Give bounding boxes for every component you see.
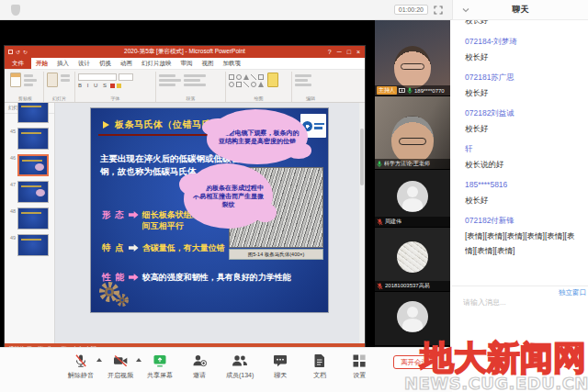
ribbon-group-editing[interactable]: 编辑 <box>292 72 329 102</box>
minimize-icon[interactable]: ─ <box>337 49 342 55</box>
chat-input[interactable] <box>463 298 581 307</box>
ribbon-group-paragraph[interactable]: 段落 <box>156 72 226 102</box>
ribbon-group-drawing[interactable]: 绘图 <box>226 72 292 102</box>
chat-panel: 校长好 072184-刘梦琦 校长好 072181苏广思 校长好 072182刘… <box>452 20 588 392</box>
tab-transitions[interactable]: 切换 <box>95 58 116 69</box>
current-slide: 板条马氏体（位错马氏体） 主要出现在淬火后的低碳钢或低碳合金钢，故也称为低碳马氏… <box>91 108 328 312</box>
host-badge: 主持人 <box>377 86 397 95</box>
docs-button[interactable]: 文档 <box>307 353 333 380</box>
members-button[interactable]: 成员(134) <box>226 353 254 380</box>
tab-design[interactable]: 设计 <box>74 58 95 69</box>
message-text: 校长说的好 <box>465 157 582 172</box>
chat-panel-title: 聊天 <box>469 4 571 16</box>
avatar <box>397 241 428 273</box>
screen-share-icon <box>153 353 167 368</box>
bold-italic-underline-icons[interactable]: B I U S <box>78 83 133 88</box>
invite-button[interactable]: 邀请 <box>187 353 212 380</box>
message-text: 校长好 <box>465 193 582 207</box>
settings-button[interactable]: 设置 <box>346 353 372 380</box>
camera-muted-icon <box>113 353 129 368</box>
settings-icon <box>352 353 367 368</box>
share-screen-button[interactable]: 共享屏幕 <box>147 353 173 380</box>
video-tile-5[interactable] <box>375 292 450 346</box>
redo-icon[interactable]: ↻ <box>23 49 28 55</box>
chat-messages[interactable]: 校长好 072184-刘梦琦 校长好 072181苏广思 校长好 072182刘… <box>465 20 582 285</box>
chat-message: 185****5816 校长好 <box>465 177 582 207</box>
video-tile-host[interactable]: 主持人 189****0770 <box>375 20 450 96</box>
leave-meeting-button[interactable]: 离开会议 <box>393 355 435 369</box>
mic-muted-icon <box>377 218 383 226</box>
tab-addins[interactable]: 加载项 <box>219 58 246 69</box>
tab-insert[interactable]: 插入 <box>52 58 74 69</box>
paste-icon[interactable] <box>10 73 21 87</box>
sender-name: 072184-刘梦琦 <box>465 34 582 50</box>
slide-thumb-48[interactable]: 48 <box>7 207 51 230</box>
mic-options-caret[interactable] <box>96 358 102 362</box>
help-icon[interactable]: ? <box>328 49 332 55</box>
bullet-arrow-icon <box>103 121 109 129</box>
video-tile-3[interactable]: 周建伟 <box>375 170 450 228</box>
slide-scrollbar[interactable] <box>359 103 365 343</box>
figure-caption: 图5-14 板条马氏体(400×) <box>229 249 323 260</box>
meeting-timer: 01:00:20 <box>394 5 428 15</box>
ribbon-group-font[interactable]: B I U S 字体 <box>75 72 156 102</box>
popout-chat-link[interactable]: 独立窗口 <box>559 288 586 297</box>
chat-button[interactable]: 聊天 <box>267 353 293 380</box>
invite-icon <box>192 353 207 368</box>
slide-thumbnail-panel[interactable]: 幻灯片 大纲 45 46 47 48 49 <box>5 103 55 343</box>
main-topbar: 01:00:20 <box>0 0 452 20</box>
members-icon <box>232 353 248 368</box>
powerpoint-window: ↺ ↻ 2020-第5章 [兼容模式] - Microsoft PowerPoi… <box>5 46 365 355</box>
maximize-icon[interactable]: □ <box>347 49 351 55</box>
screen-share-mini-icon <box>399 88 405 94</box>
chat-message: 072182刘益诚 校长好 <box>465 106 582 136</box>
participant-name: 周建伟 <box>385 218 401 226</box>
shapes-gallery[interactable] <box>229 73 265 88</box>
chevron-down-icon[interactable] <box>462 7 469 13</box>
participant-name: 科学方法论-王老师 <box>384 160 430 168</box>
ribbon-group-clipboard[interactable]: 剪贴板 <box>7 72 44 102</box>
close-icon[interactable]: × <box>356 49 360 55</box>
undo-icon[interactable]: ↺ <box>16 49 20 55</box>
message-text: 校长好 <box>465 85 582 100</box>
ribbon-group-slides[interactable]: 幻灯片 <box>44 72 75 102</box>
chat-message: 072184-刘梦琦 校长好 <box>465 34 582 64</box>
tab-home[interactable]: 开始 <box>31 58 52 69</box>
video-options-caret[interactable] <box>136 358 141 362</box>
font-name-box[interactable] <box>78 73 117 81</box>
slide-thumb-46-selected[interactable]: 46 <box>7 154 51 176</box>
tab-review[interactable]: 审阅 <box>176 58 198 69</box>
ppt-ribbon-tabs: 文件 开始 插入 设计 切换 动画 幻灯片放映 审阅 视图 加载项 <box>5 58 365 70</box>
ppt-editing-area: 幻灯片 大纲 45 46 47 48 49 板条马氏体（位错马氏体） 主要出现在… <box>5 103 365 343</box>
gear-icon <box>98 279 130 308</box>
tab-view[interactable]: 视图 <box>198 58 219 69</box>
video-tile-teacher[interactable]: 科学方法论-王老师 <box>375 96 450 170</box>
participant-name: 20181003537高易 <box>385 282 430 290</box>
tab-animations[interactable]: 动画 <box>116 58 137 69</box>
start-video-button[interactable]: 开启视频 <box>107 353 133 380</box>
new-slide-icon[interactable] <box>47 73 58 87</box>
font-size-box[interactable] <box>119 73 133 81</box>
unmute-button[interactable]: 解除静音 <box>68 353 94 380</box>
save-icon[interactable] <box>8 50 13 54</box>
slide-thumb-45[interactable]: 45 <box>7 128 51 150</box>
video-tile-4[interactable]: 20181003537高易 <box>375 228 450 292</box>
quick-access-toolbar[interactable]: ↺ ↻ <box>8 49 28 55</box>
slide-thumb-49[interactable]: 49 <box>7 234 51 256</box>
chat-panel-header: 聊天 <box>452 0 588 20</box>
quick-styles-icon[interactable] <box>267 73 278 87</box>
message-text: 校长好 <box>465 121 582 136</box>
document-icon <box>313 353 326 368</box>
tab-slideshow[interactable]: 幻灯片放映 <box>137 58 176 69</box>
message-text: [表情][表情][表情][表情][表情][表情][表情][表情] <box>465 229 582 258</box>
slide-thumb-47[interactable]: 47 <box>7 181 51 203</box>
fullscreen-icon[interactable] <box>434 6 443 15</box>
tab-file[interactable]: 文件 <box>5 58 31 69</box>
glasses <box>399 138 426 145</box>
mic-on-icon <box>377 161 382 168</box>
meeting-window: 01:00:20 聊天 ↺ ↻ 2020-第5章 [兼容模式] - Micros… <box>0 0 588 392</box>
callout-bubble-left: 平行的板条在形成过程中不易相互撞击而产生显微裂纹 <box>184 163 273 229</box>
sender-name: 072181苏广思 <box>465 70 582 85</box>
video-strip: 主持人 189****0770 科学方法论-王老师 周建伟 <box>375 20 450 347</box>
chat-message: 轩 校长说的好 <box>465 141 582 172</box>
